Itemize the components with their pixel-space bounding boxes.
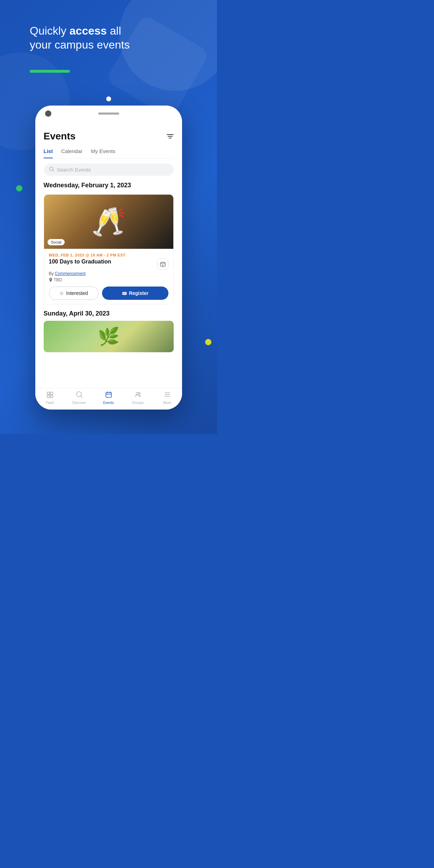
filter-line-2 (168, 136, 173, 137)
nav-label-events: Events (103, 401, 114, 405)
app-scroll-area: Events List Calendar My Events (35, 125, 182, 388)
star-icon: ☆ (59, 290, 64, 296)
event-image-2: 🌿 (44, 321, 174, 352)
app-header: Events (44, 125, 174, 146)
tabs-bar: List Calendar My Events (44, 146, 174, 159)
event-info-1: WED, FEB 1, 2023 @ 10 AM - 2 PM EST 100 … (44, 249, 173, 304)
discover-icon (76, 391, 83, 400)
bottom-nav: Feed Discover Events (35, 388, 182, 410)
event-date-label-1: WED, FEB 1, 2023 @ 10 AM - 2 PM EST (49, 253, 168, 257)
event-title-row-1: 100 Days to Graduation (49, 259, 168, 270)
interested-button-1[interactable]: ☆ Interested (49, 287, 99, 300)
hero-line1-end: all (107, 24, 121, 37)
event-image-2-visual: 🌿 (44, 321, 174, 352)
calendar-add-button-1[interactable] (157, 259, 168, 270)
event-location-1: TBD (49, 277, 168, 282)
tab-calendar[interactable]: Calendar (61, 146, 82, 158)
svg-rect-14 (106, 392, 111, 397)
events-icon (105, 391, 112, 400)
ticket-icon: 🎟 (122, 290, 127, 296)
hero-bold: access (70, 24, 107, 37)
date-heading-1: Wednesday, February 1, 2023 (44, 181, 174, 189)
svg-point-12 (77, 392, 81, 397)
location-icon (49, 278, 52, 282)
nav-item-discover[interactable]: Discover (65, 391, 94, 405)
filter-button[interactable] (167, 134, 174, 138)
phone-speaker (98, 113, 119, 115)
nav-label-groups: Groups (132, 401, 144, 405)
hero-line2: your campus events (30, 38, 130, 51)
organizer-link-1[interactable]: Commencement (55, 271, 86, 276)
interested-label: Interested (66, 290, 88, 296)
nav-item-groups[interactable]: Groups (123, 391, 153, 405)
svg-rect-11 (50, 395, 53, 398)
svg-line-13 (81, 396, 82, 398)
app-title: Events (44, 131, 76, 142)
event-actions-1: ☆ Interested 🎟 Register (49, 287, 168, 300)
nav-item-feed[interactable]: Feed (35, 391, 65, 405)
search-bar[interactable]: Search Events (44, 164, 174, 176)
event-image-1: 🥂 Social (44, 195, 173, 249)
svg-rect-10 (47, 395, 50, 398)
app-content: Events List Calendar My Events (35, 125, 182, 352)
register-label: Register (129, 290, 149, 296)
filter-line-1 (167, 134, 174, 135)
nav-label-discover: Discover (72, 401, 86, 405)
phone-mockup: Events List Calendar My Events (35, 106, 182, 410)
event-card-1: 🥂 Social WED, FEB 1, 2023 @ 10 AM - 2 PM… (44, 194, 174, 304)
hero-line1: Quickly (30, 24, 70, 37)
dot-center (106, 96, 111, 101)
date-heading-2: Sunday, April 30, 2023 (44, 310, 174, 317)
svg-rect-9 (50, 392, 53, 395)
nav-item-more[interactable]: More (153, 391, 182, 405)
social-badge: Social (48, 239, 65, 245)
register-button-1[interactable]: 🎟 Register (102, 287, 168, 300)
event-organizer-1: By Commencement (49, 271, 168, 276)
hero-text: Quickly access all your campus events (30, 24, 130, 52)
search-icon (49, 167, 54, 173)
tab-my-events[interactable]: My Events (91, 146, 115, 158)
dot-green-left (16, 185, 22, 191)
nav-item-events[interactable]: Events (94, 391, 123, 405)
svg-point-18 (136, 392, 138, 395)
nav-label-more: More (163, 401, 171, 405)
dot-yellow-right (205, 339, 211, 345)
svg-rect-8 (47, 392, 50, 395)
filter-line-3 (169, 138, 172, 138)
more-icon (164, 391, 171, 400)
phone-camera (45, 110, 51, 117)
event-name-1: 100 Days to Graduation (49, 259, 154, 265)
svg-line-1 (53, 170, 54, 171)
phone-top-bar (35, 106, 182, 117)
groups-icon (135, 391, 142, 400)
svg-point-19 (138, 393, 140, 395)
tab-list[interactable]: List (44, 146, 53, 158)
hero-underline (30, 70, 70, 73)
location-text-1: TBD (54, 277, 62, 282)
search-placeholder: Search Events (57, 167, 91, 173)
nav-label-feed: Feed (46, 401, 54, 405)
feed-icon (46, 391, 53, 400)
